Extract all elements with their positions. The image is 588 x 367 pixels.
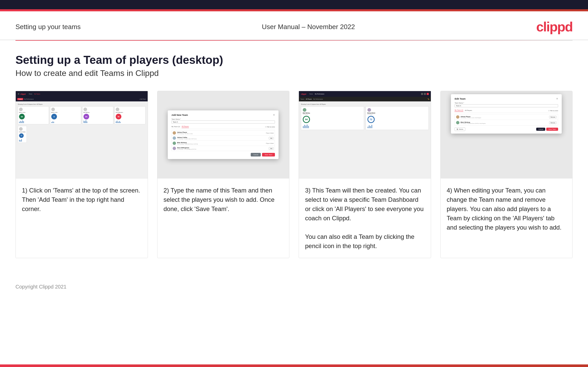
modal2-actions: Cancel Save Team <box>171 153 275 156</box>
modal2-player-row-1: Adrian Player Plus Handicap · The Shire … <box>172 130 275 136</box>
bar <box>119 121 120 123</box>
mock1-players-row2: Richard Butler 72 <box>18 126 146 143</box>
mock1-score-3: 94 <box>83 114 89 119</box>
modal4-close-icon[interactable]: ✕ <box>556 97 558 100</box>
mock1-dashboard: clippd Home My Teams Teams My Performanc… <box>16 91 148 178</box>
mock1-name-1: Adrian Collins <box>19 112 48 113</box>
modal2-team-name-input[interactable]: Team A <box>171 120 275 124</box>
modal4-delete-button[interactable]: 🗑 Delete <box>455 127 465 131</box>
card-4: Edit Team ✕ Team Name * Team A My Team (… <box>440 91 573 258</box>
bar <box>21 121 22 123</box>
accent-bar <box>0 9 588 11</box>
mock1-bars-2 <box>51 120 80 123</box>
modal2-pdetail-4: 3.5 Handicap · The Dog Maping Golf Club <box>177 148 268 150</box>
modal2-cancel-button[interactable]: Cancel <box>251 153 261 156</box>
bar <box>118 122 119 123</box>
modal4-player-info-1: Adrian Player Plus Handicap · The Shire … <box>460 116 548 118</box>
header-manual-label: User Manual – November 2022 <box>262 23 355 31</box>
mock1-name-2: Adrian Coliba <box>51 112 80 113</box>
card-3-text: 3) This Team will then be created. You c… <box>299 179 431 258</box>
mock3-tab1: Teams <box>300 98 304 100</box>
mock1-player-card-4: Dave Billingham 78 <box>114 106 146 124</box>
modal4-tab-all-players[interactable]: All Players <box>465 110 472 112</box>
modal4-remove-btn-2[interactable]: Remove <box>549 121 557 124</box>
modal2-pdetail-3: Plus Handicap · Royal North Devon Golf C… <box>177 143 265 145</box>
modal2-tab-my-team[interactable]: My Team (2) <box>171 126 180 128</box>
card-2: Add New Team ✕ Team Name * Team A My Tea… <box>157 91 290 258</box>
modal2-save-button[interactable]: Save Team <box>262 153 275 156</box>
top-bar <box>0 0 588 9</box>
bar <box>51 122 52 123</box>
modal4-player-row-1: Adrian Player Plus Handicap · The Shire … <box>455 114 558 120</box>
modal2-team-name-value: Team A <box>173 121 178 123</box>
bar <box>87 121 87 123</box>
footer: Copyright Clippd 2021 <box>0 279 588 295</box>
modal4-team-name-input[interactable]: Team A <box>455 104 558 107</box>
mock1-score-4: 78 <box>116 114 121 119</box>
modal2-add-btn-4[interactable]: Add <box>269 147 274 150</box>
header-section-label: Setting up your teams <box>15 23 81 31</box>
modal2-add-btn-2[interactable]: Add <box>269 137 274 139</box>
card-1-screenshot: clippd Home My Teams Teams My Performanc… <box>16 91 148 179</box>
card-3-screenshot: clippd Home My Performance Teams All Pla… <box>299 91 431 179</box>
modal4-pdetail-2: Plus Handicap · Royal North Devon Golf C… <box>460 123 548 124</box>
modal2-tab-all-players[interactable]: All Players <box>182 126 189 128</box>
mock1-body: Showing 8 out of 8 players from: All Pla… <box>16 101 148 145</box>
bar <box>304 125 305 128</box>
mock3-player-card-1: Blair McHarg Plus Handicap 94 <box>301 106 364 130</box>
mock3-avatar-2 <box>367 108 371 112</box>
bar <box>116 121 116 123</box>
mock1-subtitle: Showing 8 out of 8 players from: All Pla… <box>18 103 146 105</box>
modal4-save-button[interactable]: Save Team <box>546 128 558 131</box>
modal2-close-icon[interactable]: ✕ <box>273 113 275 116</box>
page-subtitle: How to create and edit Teams in Clippd <box>15 68 573 78</box>
modal4-avatar-2 <box>456 121 459 124</box>
mock1-tab-active: Teams <box>17 98 23 100</box>
bar <box>370 126 371 128</box>
bottom-accent-bar <box>0 364 588 367</box>
bar <box>53 122 54 123</box>
mock3-tab2: All Players <box>306 98 312 100</box>
logo: clippd <box>536 19 573 34</box>
modal2-player-list: Adrian Player Plus Handicap · The Shire … <box>171 130 275 151</box>
mock3-nav-home: Home <box>309 93 313 95</box>
modal2-avatar-4 <box>173 147 176 150</box>
modal2-player-info-2: Adrian Coliba 1.5 Handicap · Central Lon… <box>177 137 268 139</box>
modal2-filter: ☐ Filter by name <box>265 126 275 128</box>
modal2-player-info-3: Blair McHarg Plus Handicap · Royal North… <box>177 142 265 145</box>
mock1-player-card-5: Richard Butler 72 <box>18 126 27 143</box>
modal2-pdetail-2: 1.5 Handicap · Central London Golf Centr… <box>177 138 268 139</box>
trash-icon: 🗑 <box>457 128 458 130</box>
mock3-bars-2 <box>367 124 427 128</box>
bar <box>23 121 24 123</box>
bar <box>117 121 117 123</box>
cards-grid: clippd Home My Teams Teams My Performanc… <box>15 91 573 258</box>
mock1-player-card-3: Blair McHarg 94 <box>82 106 113 124</box>
modal4-right-actions: Cancel Save Team <box>536 128 558 131</box>
mock3-body: Showing 2 out of 2 players from: All Pla… <box>299 101 431 132</box>
mock3-ctrl-1 <box>421 93 423 95</box>
card-1-text: 1) Click on 'Teams' at the top of the sc… <box>16 179 148 258</box>
modal2-player-row-2: Adrian Coliba 1.5 Handicap · Central Lon… <box>172 136 275 141</box>
modal4-remove-btn-1[interactable]: Remove <box>549 116 557 118</box>
bar <box>19 122 20 123</box>
modal4-player-info-2: Blair McHarg Plus Handicap · Royal North… <box>460 121 548 124</box>
bar <box>305 126 306 128</box>
modal4-team-name-label: Team Name * <box>455 102 558 104</box>
modal4-cancel-button[interactable]: Cancel <box>536 128 545 131</box>
bar <box>367 127 368 128</box>
modal2-avatar-2 <box>173 136 176 140</box>
modal4-avatar-1 <box>456 115 459 119</box>
mock1-name-3: Blair McHarg <box>83 112 112 113</box>
modal4-tabs: My Team (2) All Players ☐ Filter by name <box>455 109 558 113</box>
mock1-tab-inactive: My Performance <box>24 98 34 100</box>
mock3-score-1: 94 <box>303 116 310 123</box>
page-title: Setting up a Team of players (desktop) <box>15 54 573 66</box>
modal4-tab-my-team[interactable]: My Team (2) <box>455 109 463 112</box>
modal2-header: Add New Team ✕ <box>171 113 275 116</box>
mock1-logo: clippd <box>20 93 26 95</box>
mock2-bg: Add New Team ✕ Team Name * Team A My Tea… <box>157 91 289 178</box>
bar <box>371 125 372 128</box>
card-2-screenshot: Add New Team ✕ Team Name * Team A My Tea… <box>157 91 289 179</box>
mock3-controls <box>421 93 429 95</box>
